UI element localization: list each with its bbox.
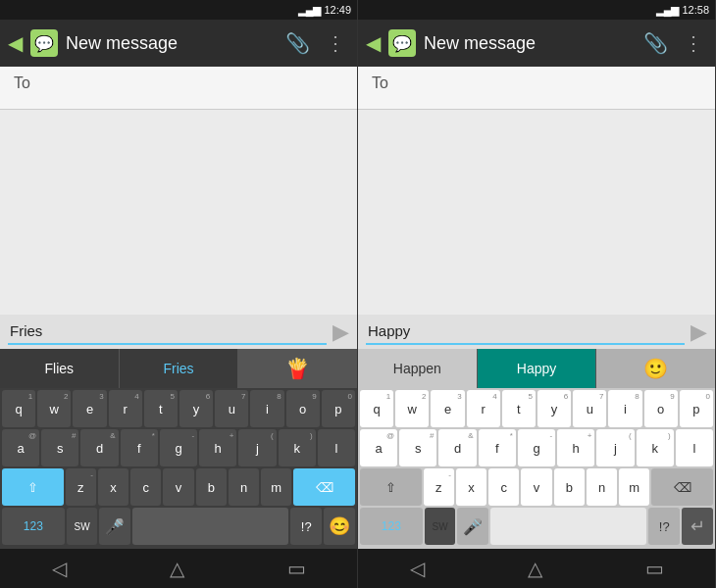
- left-phone-panel: ▂▄▆ 12:49 ◀ 💬 New message 📎 ⋮ To ▶ Flies…: [0, 0, 358, 588]
- key-v-r[interactable]: v: [521, 468, 551, 506]
- attachment-icon-right[interactable]: 📎: [639, 27, 672, 59]
- key-z[interactable]: -z: [66, 468, 96, 506]
- key-d-r[interactable]: &d: [438, 429, 476, 466]
- suggestion-happen[interactable]: Happen: [358, 349, 478, 388]
- key-space-left[interactable]: [132, 508, 288, 545]
- key-mic-right[interactable]: 🎤: [457, 508, 488, 545]
- nav-back-right[interactable]: ◁: [410, 557, 425, 580]
- nav-home-right[interactable]: △: [528, 557, 542, 580]
- key-enter-right[interactable]: ↵: [682, 508, 713, 545]
- key-o-num[interactable]: 9o: [286, 390, 320, 427]
- key-swipe-right[interactable]: SW: [425, 508, 456, 545]
- key-o-num-r[interactable]: 9o: [644, 390, 678, 427]
- key-n[interactable]: n: [229, 468, 259, 506]
- key-s[interactable]: #s: [41, 429, 78, 466]
- key-w-num-r[interactable]: 2w: [395, 390, 429, 427]
- key-y-num[interactable]: 6y: [179, 390, 213, 427]
- key-t-num-r[interactable]: 5t: [502, 390, 536, 427]
- back-icon-left[interactable]: ◀: [8, 31, 23, 55]
- key-mic-left[interactable]: 🎤: [99, 508, 130, 545]
- key-l-r[interactable]: l: [676, 429, 713, 466]
- key-num-right[interactable]: 123: [360, 508, 423, 545]
- key-a-r[interactable]: @a: [360, 429, 397, 466]
- key-u-num-r[interactable]: 7u: [573, 390, 606, 427]
- key-w-num[interactable]: 2w: [37, 390, 71, 427]
- nav-recent-right[interactable]: ▭: [645, 557, 664, 580]
- nav-recent-left[interactable]: ▭: [287, 557, 306, 580]
- key-punc-right[interactable]: !?: [648, 508, 680, 545]
- key-p-num-r[interactable]: 0p: [680, 390, 713, 427]
- key-q-num[interactable]: 1q: [2, 390, 35, 427]
- key-k-r[interactable]: )k: [637, 429, 674, 466]
- key-s-r[interactable]: #s: [399, 429, 436, 466]
- key-u-num[interactable]: 7u: [215, 390, 248, 427]
- key-emoji-left[interactable]: 😊: [324, 508, 355, 545]
- key-f[interactable]: *f: [121, 429, 158, 466]
- to-field-right[interactable]: To: [358, 67, 715, 110]
- key-backspace-right[interactable]: ⌫: [651, 468, 713, 506]
- key-space-right[interactable]: [490, 508, 646, 545]
- key-b[interactable]: b: [196, 468, 227, 506]
- key-x[interactable]: x: [98, 468, 128, 506]
- key-l[interactable]: l: [318, 429, 355, 466]
- key-r-num-r[interactable]: 4r: [467, 390, 500, 427]
- send-button-right[interactable]: ▶: [690, 319, 707, 345]
- key-d[interactable]: &d: [80, 429, 118, 466]
- key-p-num[interactable]: 0p: [322, 390, 355, 427]
- key-c[interactable]: c: [130, 468, 161, 506]
- time-right: 12:58: [682, 4, 709, 16]
- key-b-r[interactable]: b: [554, 468, 585, 506]
- send-button-left[interactable]: ▶: [332, 319, 349, 345]
- key-e-num[interactable]: 3e: [73, 390, 106, 427]
- key-e-num-r[interactable]: 3e: [431, 390, 464, 427]
- key-h-r[interactable]: +h: [557, 429, 594, 466]
- suggestion-happy-emoji[interactable]: 🙂: [596, 349, 715, 388]
- key-c-r[interactable]: c: [488, 468, 519, 506]
- input-area-left: ▶ Flies Fries 🍟: [0, 315, 357, 388]
- key-m-r[interactable]: m: [619, 468, 649, 506]
- back-icon-right[interactable]: ◀: [366, 31, 381, 55]
- message-body-left[interactable]: [0, 110, 357, 315]
- key-shift-right[interactable]: ⇧: [360, 468, 422, 506]
- key-shift-left[interactable]: ⇧: [2, 468, 64, 506]
- key-t-num[interactable]: 5t: [144, 390, 178, 427]
- key-g-r[interactable]: -g: [518, 429, 555, 466]
- suggestion-flies[interactable]: Flies: [0, 349, 120, 388]
- key-h[interactable]: +h: [199, 429, 236, 466]
- suggestion-fries-emoji[interactable]: 🍟: [238, 349, 357, 388]
- key-z-r[interactable]: -z: [424, 468, 454, 506]
- app-icon-left: 💬: [30, 29, 58, 57]
- key-k[interactable]: )k: [279, 429, 316, 466]
- key-y-num-r[interactable]: 6y: [537, 390, 571, 427]
- text-input-right[interactable]: [366, 318, 685, 345]
- to-field-left[interactable]: To: [0, 67, 357, 110]
- key-num-left[interactable]: 123: [2, 508, 65, 545]
- key-swipe-left[interactable]: SW: [67, 508, 98, 545]
- key-r-num[interactable]: 4r: [109, 390, 142, 427]
- key-n-r[interactable]: n: [587, 468, 617, 506]
- key-j[interactable]: (j: [238, 429, 276, 466]
- text-input-left[interactable]: [8, 318, 327, 345]
- key-punc-left[interactable]: !?: [290, 508, 322, 545]
- key-a[interactable]: @a: [2, 429, 39, 466]
- message-body-right[interactable]: [358, 110, 715, 315]
- menu-icon-right[interactable]: ⋮: [680, 27, 707, 59]
- nav-back-left[interactable]: ◁: [52, 557, 67, 580]
- suggestion-happy[interactable]: Happy: [478, 349, 597, 388]
- suggestion-fries[interactable]: Fries: [120, 349, 239, 388]
- key-j-r[interactable]: (j: [596, 429, 634, 466]
- key-v[interactable]: v: [163, 468, 193, 506]
- suggestion-bar-right: Happen Happy 🙂: [358, 349, 715, 388]
- key-backspace-left[interactable]: ⌫: [293, 468, 355, 506]
- menu-icon-left[interactable]: ⋮: [322, 27, 349, 59]
- nav-home-left[interactable]: △: [170, 557, 184, 580]
- key-f-r[interactable]: *f: [479, 429, 516, 466]
- key-x-r[interactable]: x: [456, 468, 486, 506]
- key-m[interactable]: m: [261, 468, 291, 506]
- attachment-icon-left[interactable]: 📎: [281, 27, 314, 59]
- key-i-num-r[interactable]: 8i: [608, 390, 641, 427]
- key-q-num-r[interactable]: 1q: [360, 390, 393, 427]
- key-g[interactable]: -g: [160, 429, 197, 466]
- text-input-row-left: ▶: [0, 315, 357, 349]
- key-i-num[interactable]: 8i: [250, 390, 283, 427]
